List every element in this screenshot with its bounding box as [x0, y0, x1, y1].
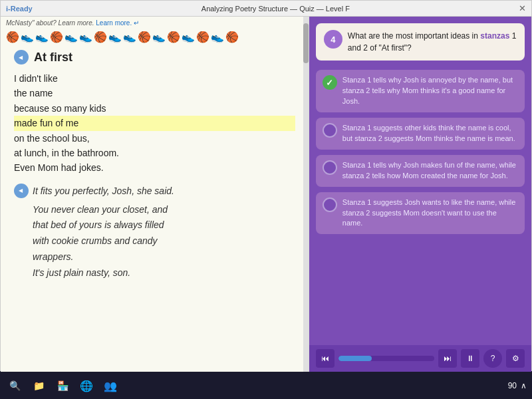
answer-choice-a[interactable]: ✓ Stanza 1 tells why Josh is annoyed by … — [316, 70, 525, 112]
question-area: 4 What are the most important ideas in s… — [316, 23, 525, 61]
taskbar-icons: 🔍 📁 🏪 🌐 👥 — [5, 376, 120, 395]
decoration-item: 🏀 — [6, 31, 19, 43]
scroll-thumb[interactable] — [303, 23, 309, 63]
progress-bar-fill — [338, 356, 372, 361]
decoration-item: 👟 — [108, 31, 122, 43]
stanza-1: I didn't like the name because so many k… — [14, 71, 295, 176]
decoration-item: 👟 — [79, 31, 92, 43]
checkmark-icon: ✓ — [326, 78, 333, 88]
settings-button[interactable]: ⚙ — [506, 349, 525, 368]
skip-forward-button[interactable]: ⏭ — [438, 349, 457, 368]
decoration-item: 🏀 — [167, 31, 180, 43]
decoration-item: 🏀 — [94, 31, 107, 43]
title-bar-title: Analyzing Poetry Structure — Quiz — Leve… — [201, 5, 350, 13]
stanza-2-header: It fits you perfectly, Josh, she said. — [14, 184, 295, 200]
decoration-item: 🏀 — [50, 31, 63, 43]
title-bar: i-Ready Analyzing Poetry Structure — Qui… — [1, 1, 531, 17]
audio-button-title[interactable] — [14, 50, 29, 65]
decoration-item: 🏀 — [196, 31, 209, 43]
poem-line: because so many kids — [14, 101, 295, 116]
answer-radio-d — [323, 198, 337, 212]
decoration-item: 👟 — [35, 31, 49, 43]
taskbar-right: 90 ∧ — [508, 381, 527, 390]
question-text: What are the most important ideas in sta… — [348, 30, 517, 54]
taskbar-teams[interactable]: 👥 — [101, 376, 120, 395]
title-bar-left: i-Ready — [6, 5, 33, 13]
bottom-controls: ⏮ ⏭ ⏸ ? ⚙ — [309, 345, 531, 372]
answer-radio-c — [323, 160, 337, 175]
poem-line-italic: that bed of yours is always filled — [33, 217, 295, 233]
poem-section: At first I didn't like the name because … — [1, 47, 309, 296]
help-button[interactable]: ? — [483, 349, 502, 368]
answer-radio-b — [323, 123, 337, 138]
decoration-item: 👟 — [182, 31, 195, 43]
answer-radio-a: ✓ — [323, 75, 337, 90]
audio-button-stanza2[interactable] — [14, 184, 29, 198]
taskbar-edge[interactable]: 🌐 — [77, 376, 96, 395]
poem-line: I didn't like — [14, 71, 295, 86]
left-panel: McNasty" about? Learn more. Learn more. … — [1, 17, 309, 372]
decoration-item: 👟 — [211, 31, 224, 43]
taskbar: 🔍 📁 🏪 🌐 👥 90 ∧ — [0, 372, 532, 399]
poem-line: Even Mom had jokes. — [14, 160, 295, 175]
close-button[interactable]: ✕ — [519, 3, 526, 13]
decoration-item: 👟 — [123, 31, 136, 43]
scrollbar[interactable] — [303, 17, 309, 372]
decoration-item: 👟 — [65, 31, 78, 43]
decoration-item: 🏀 — [138, 31, 151, 43]
answer-text-b: Stanza 1 suggests other kids think the n… — [342, 123, 518, 144]
poem-line: at lunch, in the bathroom. — [14, 146, 295, 160]
poem-line-italic: You never clean your closet, and — [33, 202, 295, 218]
answers-area: ✓ Stanza 1 tells why Josh is annoyed by … — [309, 67, 531, 237]
decoration-item: 👟 — [21, 31, 34, 43]
poem-title-row: At first — [14, 50, 295, 65]
decoration-item: 🏀 — [225, 31, 239, 43]
poem-line: on the school bus, — [14, 131, 295, 146]
question-text-part1: What are the most important ideas in — [348, 31, 480, 41]
poem-line-italic: wrappers. — [33, 249, 295, 265]
answer-text-a: Stanza 1 tells why Josh is annoyed by th… — [342, 75, 518, 107]
taskbar-chevron[interactable]: ∧ — [521, 381, 527, 390]
answer-choice-d[interactable]: Stanza 1 suggests Josh wants to like the… — [316, 192, 525, 235]
stanzas-highlight: stanzas — [480, 31, 509, 41]
taskbar-time: 90 — [508, 381, 517, 390]
right-panel: 4 What are the most important ideas in s… — [309, 17, 531, 372]
stanza-2: It fits you perfectly, Josh, she said. Y… — [14, 184, 295, 281]
poem-line: made fun of me — [14, 116, 295, 130]
decoration-item: 👟 — [152, 31, 166, 43]
taskbar-store[interactable]: 🏪 — [53, 376, 72, 395]
app-window: i-Ready Analyzing Poetry Structure — Qui… — [0, 0, 532, 371]
learn-more-link[interactable]: Learn more. ↵ — [96, 19, 139, 27]
skip-back-button[interactable]: ⏮ — [316, 349, 334, 368]
answer-text-c: Stanza 1 tells why Josh makes fun of the… — [342, 160, 518, 182]
answer-choice-b[interactable]: Stanza 1 suggests other kids think the n… — [316, 118, 525, 150]
question-number-badge: 4 — [324, 30, 342, 49]
poem-title: At first — [34, 51, 72, 65]
taskbar-explorer[interactable]: 📁 — [29, 376, 48, 395]
taskbar-search[interactable]: 🔍 — [5, 376, 24, 395]
poem-line: the name — [14, 86, 295, 100]
poem-line-italic: It's just plain nasty, son. — [33, 265, 295, 281]
pause-button[interactable]: ⏸ — [461, 349, 479, 368]
iready-logo: i-Ready — [6, 5, 33, 13]
content-area: McNasty" about? Learn more. Learn more. … — [1, 17, 531, 372]
decoration-row: 🏀 👟 👟 🏀 👟 👟 🏀 👟 👟 🏀 👟 🏀 👟 🏀 👟 🏀 — [1, 27, 309, 47]
answer-text-d: Stanza 1 suggests Josh wants to like the… — [342, 198, 518, 229]
progress-bar-container — [338, 356, 434, 361]
question-note: McNasty" about? Learn more. Learn more. … — [1, 17, 309, 27]
poem-line-italic: It fits you perfectly, Josh, she said. — [33, 184, 174, 200]
answer-choice-c[interactable]: Stanza 1 tells why Josh makes fun of the… — [316, 155, 525, 187]
poem-line-italic: with cookie crumbs and candy — [33, 233, 295, 249]
